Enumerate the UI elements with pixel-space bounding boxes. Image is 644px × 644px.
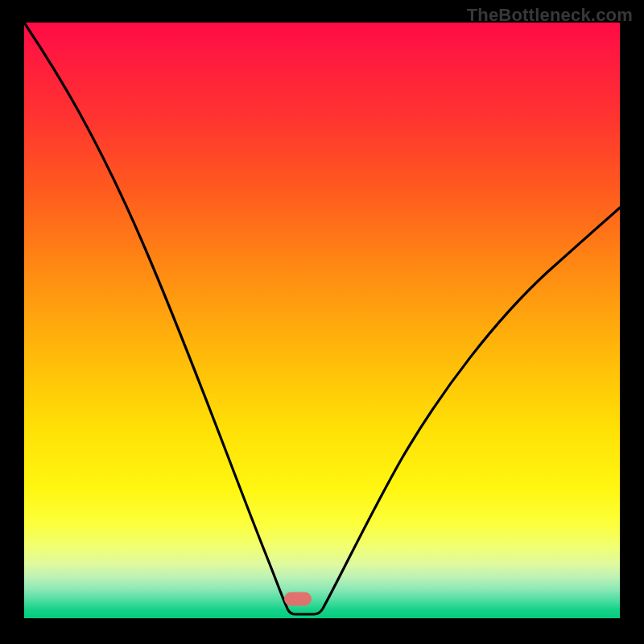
curve-layer	[24, 23, 620, 618]
plot-area	[24, 23, 620, 618]
optimum-marker	[284, 592, 312, 606]
bottleneck-curve	[24, 23, 620, 614]
watermark-text: TheBottleneck.com	[467, 5, 633, 26]
chart-frame: TheBottleneck.com	[0, 0, 644, 644]
